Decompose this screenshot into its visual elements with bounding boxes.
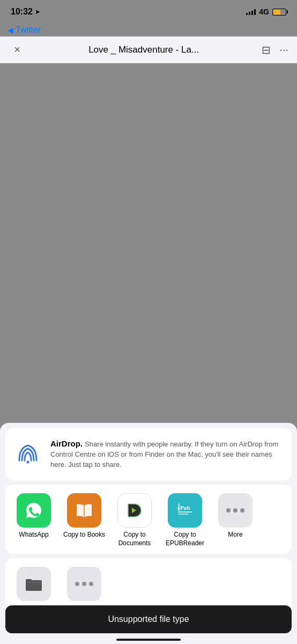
signal-bar-2 [249,12,250,15]
action-dot-3 [89,582,93,586]
books-label: Copy to Books [63,531,105,539]
back-navigation[interactable]: ◀ Twitter [0,24,297,36]
more-options-icon: ··· [279,43,288,55]
app-epub[interactable]: ePub Copy to EPUBReader [161,493,209,547]
more-apps-label: More [228,531,242,539]
airdrop-icon [14,440,42,468]
app-documents[interactable]: Copy to Documents [110,493,159,547]
documents-icon [117,493,152,528]
app-more[interactable]: More [211,493,259,539]
more-actions-icon [67,567,101,601]
airdrop-title: AirDrop. [50,439,85,448]
airdrop-description: Share instantly with people nearby. If t… [50,440,278,469]
signal-bar-3 [251,11,253,15]
app-whatsapp[interactable]: WhatsApp [10,493,58,539]
home-indicator [116,639,181,641]
books-icon [67,493,101,528]
airdrop-text-content: AirDrop. Share instantly with people nea… [50,439,283,470]
signal-bar-1 [246,13,248,15]
dot-2 [233,508,237,513]
battery-fill [273,10,280,14]
status-time: 10:32 [11,7,33,17]
back-label: Twitter [16,25,41,35]
network-label: 4G [259,8,269,16]
top-nav-bar: × Love _ Misadventure - La... ⊟ ··· [0,36,297,63]
save-files-icon [17,567,51,601]
apps-section: WhatsApp Copy to Books [5,485,292,554]
dot-1 [226,508,231,513]
more-options-button[interactable]: ··· [279,43,288,56]
action-dot-1 [75,582,79,586]
back-button[interactable]: ◀ Twitter [8,25,41,35]
svg-rect-5 [178,511,192,513]
comment-button[interactable]: ⊟ [262,43,271,56]
comment-icon: ⊟ [262,44,271,56]
apps-row: WhatsApp Copy to Books [10,493,287,547]
app-books[interactable]: Copy to Books [60,493,108,539]
signal-bar-4 [254,9,256,15]
epub-label: Copy to EPUBReader [161,531,209,547]
svg-rect-7 [178,503,180,511]
action-dot-2 [82,582,86,586]
more-action-dots [75,582,93,586]
more-apps-icon [218,493,253,528]
airdrop-section: AirDrop. Share instantly with people nea… [5,428,292,481]
status-right: 4G [246,8,286,16]
svg-point-0 [27,461,29,464]
epub-icon: ePub [168,493,202,528]
svg-rect-6 [178,514,189,515]
main-content: AirDrop. Share instantly with people nea… [0,63,297,644]
whatsapp-label: WhatsApp [19,531,48,539]
battery-indicator [272,9,286,16]
documents-label: Copy to Documents [110,531,159,547]
share-sheet: AirDrop. Share instantly with people nea… [0,423,297,644]
status-bar: 10:32 ➤ 4G [0,0,297,24]
whatsapp-icon [17,493,51,528]
location-icon: ➤ [35,8,40,16]
signal-bars [246,9,256,15]
close-button[interactable]: × [9,41,26,58]
status-left: 10:32 ➤ [11,7,40,17]
document-title: Love _ Misadventure - La... [26,45,262,55]
close-icon: × [14,43,20,56]
unsupported-text: Unsupported file type [108,614,189,624]
more-dots [226,508,244,513]
nav-actions: ⊟ ··· [262,43,288,56]
dot-3 [240,508,244,513]
back-arrow-icon: ◀ [8,26,13,34]
